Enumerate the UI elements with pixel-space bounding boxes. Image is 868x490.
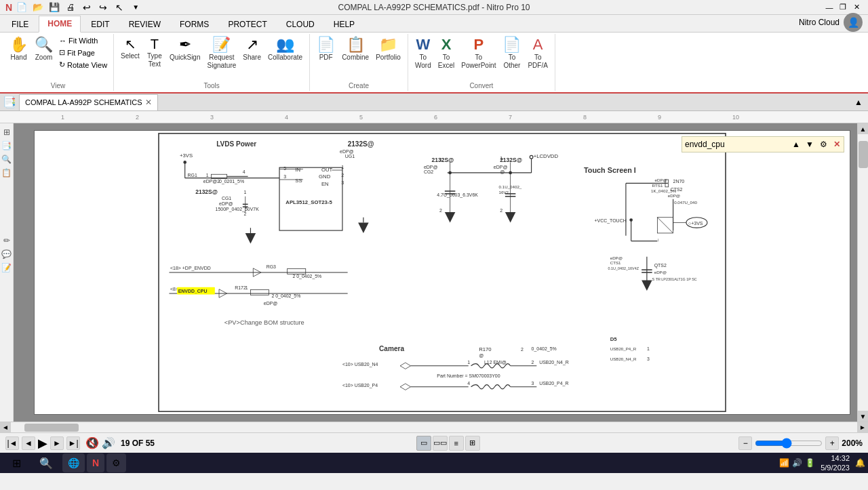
search-icon: 🔍 xyxy=(39,457,53,470)
to-excel-button[interactable]: X ToExcel xyxy=(435,35,457,72)
network-icon[interactable]: 📶 xyxy=(779,458,789,468)
svg-text:OUT: OUT xyxy=(321,167,333,173)
qa-undo[interactable]: ↩ xyxy=(80,1,94,14)
tab-cloud[interactable]: CLOUD xyxy=(277,16,323,32)
clock[interactable]: 14:32 5/9/2023 xyxy=(821,453,850,473)
doc-area[interactable]: ▲ ▼ ⚙ ✕ LVDS Power +3VS RG1 1 xyxy=(14,123,857,422)
sidebar-bookmark-icon[interactable]: 📑 xyxy=(0,140,13,152)
search-prev-button[interactable]: ▲ xyxy=(789,137,803,152)
play-button[interactable]: ▶ xyxy=(38,436,47,451)
hand-tool-button[interactable]: ✋ Hand xyxy=(7,35,31,64)
minimize-button[interactable]: — xyxy=(823,2,835,13)
ruler-mark-8: 8 xyxy=(583,114,587,121)
search-button[interactable]: 🔍 xyxy=(33,453,60,472)
audio-button[interactable]: 🔇 xyxy=(85,436,99,449)
titlebar: N 📄 📂 💾 🖨 ↩ ↪ ↖ ▼ COMPAL LA-A992P SCHEMA… xyxy=(0,0,868,15)
qa-save[interactable]: 💾 xyxy=(47,1,61,14)
tab-file[interactable]: FILE xyxy=(3,16,37,32)
sidebar-sign-icon[interactable]: ✏ xyxy=(2,234,12,247)
ribbon-group-tools: ↖ Select T TypeText ✒ QuickSign 📝 Reques… xyxy=(114,34,310,91)
double-page-view-button[interactable]: ▭▭ xyxy=(433,436,448,451)
search-options-button[interactable]: ⚙ xyxy=(816,137,830,152)
zoom-slider[interactable] xyxy=(755,438,823,449)
search-next-button[interactable]: ▼ xyxy=(803,137,816,152)
speaker-button[interactable]: 🔊 xyxy=(102,436,115,449)
taskbar-app2[interactable]: ⚙ xyxy=(106,453,126,472)
qa-print[interactable]: 🖨 xyxy=(64,1,77,14)
qa-open[interactable]: 📂 xyxy=(31,1,45,14)
sidebar-form-icon[interactable]: 📝 xyxy=(0,262,13,274)
battery-icon[interactable]: 🔋 xyxy=(805,458,815,468)
tab-review[interactable]: REVIEW xyxy=(120,16,170,32)
scroll-track-h[interactable] xyxy=(11,422,857,432)
taskbar-center: 🌐 N ⚙ xyxy=(62,453,126,472)
scroll-thumb[interactable] xyxy=(859,141,868,168)
to-other-button[interactable]: 📄 ToOther xyxy=(500,35,524,72)
fit-page-button[interactable]: ⊡ Fit Page xyxy=(57,47,109,58)
share-button[interactable]: ↗ Share xyxy=(240,35,264,64)
document-tab[interactable]: COMPAL LA-A992P SCHEMATICS ✕ xyxy=(19,94,158,110)
fit-width-button[interactable]: ↔ Fit Width xyxy=(57,35,109,46)
scroll-track[interactable] xyxy=(858,134,868,411)
next-page-button[interactable]: ► xyxy=(50,436,64,450)
svg-text:EN: EN xyxy=(321,181,329,187)
portfolio-button[interactable]: 📁 Portfolio xyxy=(373,35,403,64)
scroll-left-button[interactable]: ◄ xyxy=(0,422,11,433)
single-page-view-button[interactable]: ▭ xyxy=(416,436,431,451)
to-word-button[interactable]: W ToWord xyxy=(412,35,434,72)
facing-view-button[interactable]: ⊞ xyxy=(465,436,480,451)
search-input[interactable] xyxy=(682,140,789,149)
scroll-right-button[interactable]: ► xyxy=(857,422,868,433)
svg-text:+VCC_TOUCH: +VCC_TOUCH xyxy=(594,218,626,224)
tab-forms[interactable]: FORMS xyxy=(171,16,218,32)
qa-new[interactable]: 📄 xyxy=(15,1,28,14)
maximize-button[interactable]: ❐ xyxy=(837,2,849,13)
scroll-down-button[interactable]: ▼ xyxy=(858,411,869,422)
combine-button[interactable]: 📋 Combine xyxy=(339,35,372,64)
to-ppt-button[interactable]: P ToPowerPoint xyxy=(458,35,498,72)
close-button[interactable]: ✕ xyxy=(850,2,863,13)
tab-help[interactable]: HELP xyxy=(325,16,363,32)
last-page-button[interactable]: ►| xyxy=(66,436,80,450)
start-button[interactable]: ⊞ xyxy=(3,453,30,472)
user-avatar[interactable]: 👤 xyxy=(844,13,863,32)
share-label: Share xyxy=(243,54,261,62)
tab-protect[interactable]: PROTECT xyxy=(219,16,275,32)
request-sig-button[interactable]: 📝 RequestSignature xyxy=(204,35,239,72)
qa-cursor[interactable]: ↖ xyxy=(113,1,126,14)
hand-icon: ✋ xyxy=(9,37,28,52)
search-close-button[interactable]: ✕ xyxy=(830,137,844,152)
zoom-in-button[interactable]: + xyxy=(825,436,839,450)
sidebar-annot-icon[interactable]: 📋 xyxy=(0,167,13,179)
taskbar-app1[interactable]: N xyxy=(87,453,104,472)
rotate-view-button[interactable]: ↻ Rotate View xyxy=(57,59,109,70)
close-tab-button[interactable]: ✕ xyxy=(145,98,152,107)
qa-redo[interactable]: ↪ xyxy=(96,1,110,14)
bottom-scrollbar[interactable]: ◄ ► xyxy=(0,422,868,432)
continuous-view-button[interactable]: ≡ xyxy=(449,436,464,451)
to-pdfa-button[interactable]: A ToPDF/A xyxy=(525,35,550,72)
tab-home[interactable]: HOME xyxy=(39,16,81,33)
sidebar-search-icon[interactable]: 🔍 xyxy=(0,153,13,165)
prev-page-button[interactable]: ◄ xyxy=(22,436,35,450)
notification-icon[interactable]: 🔔 xyxy=(855,458,865,468)
svg-text:2: 2 xyxy=(532,360,534,365)
sidebar-thumbnail-icon[interactable]: ⊞ xyxy=(2,126,12,138)
sidebar-comment-icon[interactable]: 💬 xyxy=(0,248,13,260)
scroll-thumb-h[interactable] xyxy=(24,424,79,432)
taskbar-chrome[interactable]: 🌐 xyxy=(62,453,85,472)
first-page-button[interactable]: |◄ xyxy=(5,436,19,450)
type-text-button[interactable]: T TypeText xyxy=(144,35,165,70)
collaborate-button[interactable]: 👥 Collaborate xyxy=(265,35,305,64)
zoom-tool-button[interactable]: 🔍 Zoom xyxy=(32,35,56,64)
quicksign-button[interactable]: ✒ QuickSign xyxy=(167,35,203,64)
right-scrollbar[interactable]: ▲ ▼ xyxy=(857,123,868,422)
pdf-button[interactable]: 📄 PDF xyxy=(314,35,338,64)
volume-icon[interactable]: 🔊 xyxy=(792,458,802,468)
collapse-ribbon-button[interactable]: ▲ xyxy=(854,98,868,107)
scroll-up-button[interactable]: ▲ xyxy=(858,123,869,134)
qa-more[interactable]: ▼ xyxy=(129,1,142,14)
select-tool-button[interactable]: ↖ Select xyxy=(118,35,142,62)
tab-edit[interactable]: EDIT xyxy=(82,16,118,32)
zoom-out-button[interactable]: − xyxy=(738,436,752,450)
